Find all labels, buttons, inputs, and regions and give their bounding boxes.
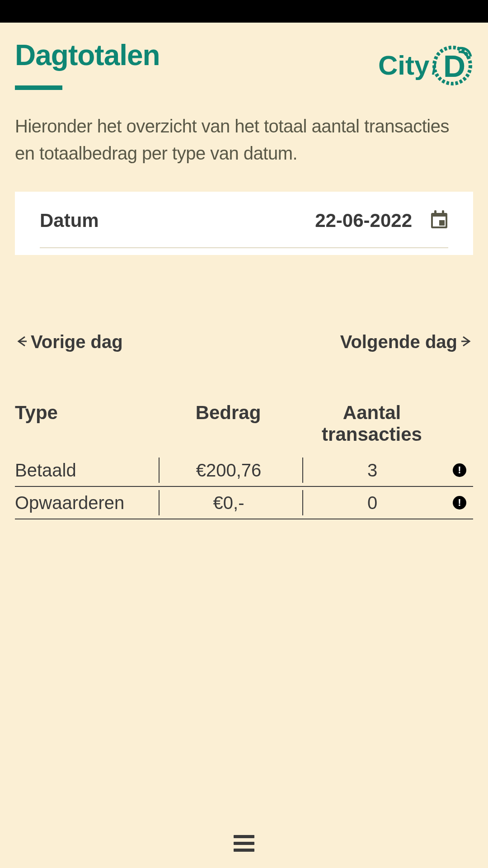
svg-rect-8 — [442, 210, 444, 215]
page-header: Dagtotalen City i D — [15, 38, 473, 90]
hamburger-menu-icon[interactable] — [234, 835, 254, 852]
page-title: Dagtotalen — [15, 38, 160, 72]
info-icon[interactable]: ! — [453, 496, 466, 509]
arrow-left-icon — [15, 332, 28, 352]
bottom-menu-bar — [0, 818, 488, 868]
date-value: 22-06-2022 — [315, 210, 412, 231]
table-header-row: Type Bedrag Aantal transacties — [15, 402, 473, 454]
cell-amount: €200,76 — [159, 458, 298, 483]
next-day-label: Volgende dag — [340, 332, 457, 352]
cell-count: 3 — [302, 458, 441, 483]
date-label: Datum — [40, 210, 99, 231]
previous-day-label: Vorige dag — [31, 332, 123, 352]
svg-text:D: D — [443, 49, 465, 83]
page-description: Hieronder het overzicht van het totaal a… — [15, 113, 473, 167]
arrow-right-icon — [460, 332, 473, 352]
cell-type: Opwaarderen — [15, 493, 154, 513]
next-day-button[interactable]: Volgende dag — [340, 332, 473, 352]
table-row: Betaald €200,76 3 ! — [15, 454, 473, 487]
title-underline — [15, 85, 62, 90]
totals-table: Type Bedrag Aantal transacties Betaald €… — [15, 402, 473, 519]
date-picker-card: Datum 22-06-2022 — [15, 192, 473, 255]
table-header-type: Type — [15, 402, 154, 424]
status-bar — [0, 0, 488, 23]
calendar-icon[interactable] — [430, 210, 448, 231]
cell-count: 0 — [302, 490, 441, 515]
svg-rect-6 — [439, 220, 445, 226]
cell-type: Betaald — [15, 460, 154, 481]
cityid-logo: City i D — [378, 43, 473, 90]
svg-text:City: City — [378, 50, 430, 80]
table-row: Opwaarderen €0,- 0 ! — [15, 487, 473, 519]
previous-day-button[interactable]: Vorige dag — [15, 332, 123, 352]
info-icon[interactable]: ! — [453, 463, 466, 477]
cell-amount: €0,- — [159, 490, 298, 515]
table-header-transactions: Aantal transacties — [302, 402, 441, 445]
svg-rect-7 — [434, 210, 436, 215]
table-header-amount: Bedrag — [159, 402, 298, 424]
